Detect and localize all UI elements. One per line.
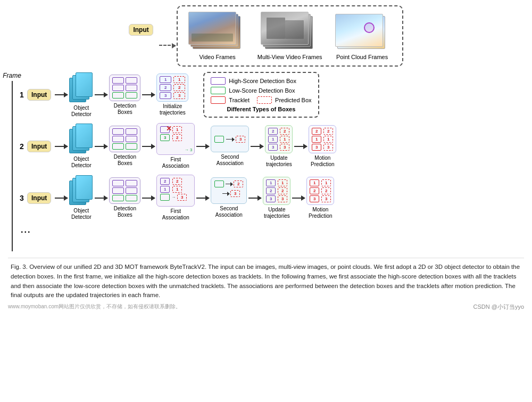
row3-upd-rd1: 1 <box>278 179 287 186</box>
row2-mot-rs1: 1 <box>312 136 321 143</box>
row3-second-assoc-label: SecondAssociation <box>215 206 243 218</box>
row2-upd-rd2: 2 <box>280 128 289 135</box>
row3-detboxes-cell: DetectionBoxes <box>109 177 140 218</box>
row1-det-box2 <box>126 77 137 84</box>
row3-det-box5 <box>112 195 124 201</box>
caption-text: Fig. 3. Overview of our unified 2D and 3… <box>11 264 520 298</box>
row3-detboxes-group <box>109 177 140 204</box>
row3-det-box2 <box>126 180 137 186</box>
row2-fa-rd2: 2 <box>172 134 182 141</box>
row3-second-assoc-cell: 2 3 SecondAssociation <box>211 177 247 218</box>
row-3: 3 Input ObjectDetector <box>18 175 524 221</box>
row2-det-row3 <box>112 143 137 150</box>
row3-motion-group: 1 2 3 1 2 3 <box>306 177 334 205</box>
row2-update-group: 2 1 3 2 1 3 <box>265 125 293 153</box>
row2-detboxes-group <box>109 126 140 152</box>
row3-fa-left: 2 1 <box>160 178 170 193</box>
row3-arrow5 <box>248 198 261 199</box>
row2-detboxes-cell: DetectionBoxes <box>109 126 140 167</box>
legend-title: Different Types of Boxes <box>211 106 311 112</box>
row1-det-row1 <box>112 77 137 84</box>
row2-mot-col1: 2 1 3 <box>312 128 321 151</box>
row2-upd-rd3: 3 <box>280 144 289 151</box>
row1-init-label: Initializetrajectories <box>160 103 186 116</box>
legend-row-2: Low-Score Detection Box <box>211 87 311 94</box>
video-frames-label: Video Frames <box>200 54 236 60</box>
row1-detboxes-label: DetectionBoxes <box>114 103 136 116</box>
row3-det-box6 <box>126 195 137 201</box>
row2-det-box4 <box>126 136 137 142</box>
row2-arrow1 <box>55 146 68 147</box>
row3-input-box: Input <box>27 192 51 204</box>
row3-det-row2 <box>112 187 137 194</box>
row1-traj-rd3: 3 <box>173 92 185 99</box>
row2-upd-col2: 2 1 3 <box>280 128 289 151</box>
row3-arrow1 <box>55 198 68 199</box>
row3-blue-stack <box>69 175 93 206</box>
pointcloud-image <box>333 12 392 52</box>
row3-mot-rd2: 2 <box>321 187 331 194</box>
row3-sa-row2: 3 <box>214 190 243 197</box>
row3-upd-p3: 3 <box>266 195 276 202</box>
row2-motion-label: MotionPrediction <box>311 155 334 168</box>
row3-first-assoc-group: 2 1 2 1 → 3 <box>156 175 195 207</box>
row-1: 1 Input ObjectDetector <box>18 72 524 118</box>
row2-mot-rs3: 3 <box>312 144 321 151</box>
row2-arrow3 <box>142 146 155 147</box>
row1-traj-1: 1 <box>160 76 171 83</box>
row2-fa-right: 1 2 ✕ <box>172 126 182 141</box>
row2-mot-rd1: 1 <box>323 136 333 143</box>
legend-box: High-Score Detection Box Low-Score Detec… <box>203 72 319 118</box>
row1-det-box5 <box>112 92 124 99</box>
row2-first-assoc-group: 3 1 2 ✕ → 3 <box>156 123 195 155</box>
legend-container: High-Score Detection Box Low-Score Detec… <box>199 72 319 118</box>
top-input-label: Input <box>129 24 153 36</box>
row3-fa-rd2: 2 <box>172 178 182 185</box>
row3-update-label: Updatetrajectories <box>264 207 290 219</box>
row2-first-assoc-cell: 3 1 2 ✕ → 3 FirstAssociation <box>156 123 195 169</box>
row1-det-box4 <box>126 85 137 91</box>
row1-init-cell: 1 2 3 1 2 3 Initializetrajectories <box>156 73 188 116</box>
row1-input-cell: Input <box>27 89 53 101</box>
legend-red-dashed-box <box>257 96 272 104</box>
row2-sa-right: 3 <box>236 136 245 143</box>
row3-sa-rd2: 2 <box>234 181 243 187</box>
row3-upd-rd3: 3 <box>278 195 287 202</box>
diagram-outer: Frame 1 Input Objec <box>8 72 524 251</box>
row1-traj-rd2: 2 <box>173 84 185 91</box>
axis-line <box>12 81 13 251</box>
row2-sa-arrow <box>226 139 234 140</box>
multiview-image <box>261 12 319 52</box>
row2-det-box1 <box>112 128 124 135</box>
row2-fa-inner: 3 1 2 ✕ <box>160 126 191 141</box>
row-2-number: 2 <box>18 142 26 151</box>
row2-det-box5 <box>112 143 124 150</box>
row3-upd-p2: 2 <box>266 187 276 194</box>
row3-detboxes-label: DetectionBoxes <box>114 206 136 218</box>
row2-motion-group: 2 1 3 2 1 3 <box>309 125 336 153</box>
top-input-arrow <box>159 45 175 46</box>
row1-detboxes-cell: DetectionBoxes <box>109 75 140 116</box>
row3-mot-rs2: 2 <box>310 187 319 194</box>
row3-fa-p1: 1 <box>160 186 170 193</box>
multiview-block: Multi-View Video Frames <box>257 12 322 60</box>
row2-fa-arrow-hint: → 3 <box>185 147 193 152</box>
caption: Fig. 3. Overview of our unified 2D and 3… <box>8 258 524 300</box>
row3-det-box3 <box>112 187 124 194</box>
row2-upd-p2: 2 <box>268 128 278 135</box>
legend-row-3: Tracklet Predicted Box <box>211 96 311 104</box>
main-container: Input Video Frames <box>0 0 532 316</box>
row2-arrow2 <box>95 146 107 147</box>
top-dashed-box: Video Frames Multi-View Video Frames <box>177 5 403 67</box>
row2-sa-rd3: 3 <box>236 136 245 143</box>
row3-second-assoc-group: 2 3 <box>211 177 247 204</box>
legend-label-4: Predicted Box <box>275 97 311 103</box>
video-frames-image <box>188 12 247 52</box>
row1-traj-rd1: 1 <box>173 76 185 83</box>
row2-det-row1 <box>112 128 137 135</box>
row1-arrow1 <box>55 94 68 95</box>
row1-traj-group: 1 2 3 1 2 3 <box>156 73 188 102</box>
watermark-right: CSDN @小订当yyo <box>473 303 524 311</box>
row1-det-box6 <box>126 92 137 99</box>
row3-mot-col1: 1 2 3 <box>310 179 319 202</box>
